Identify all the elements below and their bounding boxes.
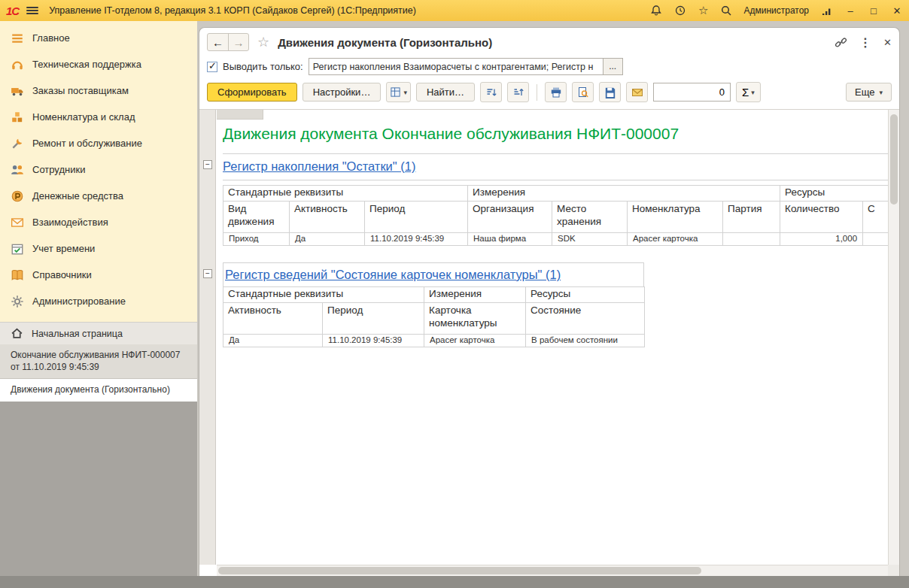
sidebar-item-spravochniki[interactable]: Справочники [0,262,197,288]
group-header: Стандартные реквизиты [223,186,468,202]
sidebar-item-label: Ремонт и обслуживание [32,138,142,149]
column-header: Период [323,303,424,335]
sidebar-item-vzaimodeystviya[interactable]: Взаимодействия [0,209,197,235]
column-header: Вид движения [223,202,290,233]
column-header: Период [365,202,468,233]
report-content: Движения документа Окончание обслуживани… [217,110,888,565]
sidebar-item-label: Главное [32,32,70,44]
home-page-item[interactable]: Начальная страница [0,322,197,344]
close-tab-icon[interactable]: ✕ [883,37,892,48]
cell: В рабочем состоянии [526,335,645,347]
1c-logo: 1С [6,5,19,17]
app-title: Управление IT-отделом 8, редакция 3.1 КО… [49,5,416,16]
group-header: Измерения [468,186,780,202]
report-variants-button[interactable]: ▾ [386,82,411,102]
table-row: Приход Да 11.10.2019 9:45:39 Наша фирма … [223,233,889,246]
column-header: Номенклатура [628,202,723,233]
register-sostoyanie-table: Стандартные реквизиты Измерения Ресурсы … [223,286,645,347]
maximize-button[interactable]: □ [868,5,880,17]
favorites-star-icon[interactable]: ☆ [698,4,708,17]
minimize-button[interactable]: – [844,5,856,17]
more-actions-kebab-icon[interactable]: ⋮ [859,35,871,50]
cell: SDK [552,233,628,246]
home-icon [11,327,23,340]
collapse-group-toggle[interactable]: − [203,160,212,169]
main-menu-button[interactable] [26,5,38,16]
window-close-button[interactable]: ✕ [891,5,903,17]
forward-button[interactable]: → [228,34,248,50]
sidebar-item-nomenklatura[interactable]: Номенклатура и склад [0,104,197,130]
sidebar-item-zakazy[interactable]: Заказы поставщикам [0,77,197,104]
print-preview-button[interactable] [572,82,594,102]
favorite-star-icon[interactable]: ☆ [257,34,269,50]
history-icon[interactable] [674,5,687,17]
cell: Да [223,335,323,347]
notifications-bell-icon[interactable] [650,5,663,17]
collapse-group-toggle[interactable]: − [203,269,212,278]
column-header: С [863,202,888,233]
cell: Да [290,233,365,246]
filter-row: Выводить только: ... [199,56,899,79]
toolbar-separator [537,84,537,101]
cell-quantity: 1,000 [780,233,863,246]
filter-input[interactable] [309,58,603,75]
sidebar-item-label: Учет времени [32,243,95,254]
print-button[interactable] [545,82,567,102]
scrollbar-corner [888,565,899,576]
sidebar-item-administrirovanie[interactable]: Администрирование [0,288,197,314]
register-ostatki-table: Стандартные реквизиты Измерения Ресурсы … [223,185,888,246]
horizontal-scrollbar[interactable] [217,565,888,576]
register-ostatki-link[interactable]: Регистр накопления "Остатки" (1) [223,157,888,175]
filter-label[interactable]: Выводить только: [223,61,303,72]
cell: Apacer карточка [628,233,723,246]
generate-button[interactable]: Сформировать [207,83,297,102]
sidebar-item-uchet-vremeni[interactable]: Учет времени [0,235,197,262]
sort-ascending-button[interactable] [507,82,529,102]
register-sostoyanie-link[interactable]: Регистр сведений "Состояние карточек ном… [225,265,640,283]
sidebar-item-tehpodderzhka[interactable]: Техническая поддержка [0,51,197,77]
menu-lines-icon [11,32,24,45]
content-area: ← → ☆ Движения документа (Горизонтально)… [197,21,909,576]
sidebar-item-sotrudniki[interactable]: Сотрудники [0,156,197,183]
sidebar-item-label: Справочники [32,269,92,280]
vertical-scrollbar-thumb[interactable] [890,114,898,205]
cell [863,233,888,246]
horizontal-scrollbar-thumb[interactable] [218,567,701,574]
more-button[interactable]: Еще ▾ [846,83,892,102]
row-header-gutter [199,110,216,565]
window-tab-movements[interactable]: Движения документа (Горизонтально) [0,379,197,401]
settings-button[interactable]: Настройки… [302,83,382,102]
headset-icon [11,58,24,71]
cell: Apacer карточка [424,335,526,347]
sidebar-item-glavnoe[interactable]: Главное [0,25,197,51]
column-header: Активность [290,202,365,233]
toolbar: Сформировать Настройки… ▾ Найти… [199,79,899,109]
page-title: Движения документа (Горизонтально) [278,36,492,49]
mail-button[interactable] [626,82,648,102]
filter-choose-button[interactable]: ... [603,58,623,75]
sort-descending-button[interactable] [480,82,502,102]
save-button[interactable] [599,82,621,102]
window-tab-document[interactable]: Окончание обслуживания НФИТ-000007 от 11… [0,344,197,379]
sidebar-item-label: Техническая поддержка [32,59,141,70]
gear-icon [11,295,24,308]
sidebar-item-label: Номенклатура и склад [32,111,135,123]
sidebar: Главное Техническая поддержка Заказы пос… [0,21,197,576]
sidebar-item-dengi[interactable]: Денежные средства [0,183,197,209]
column-header: Количество [780,202,863,233]
get-link-icon[interactable] [835,36,847,49]
filter-checkbox[interactable] [207,62,217,72]
group-header: Ресурсы [526,287,645,303]
counter-input[interactable] [653,83,731,102]
back-button[interactable]: ← [208,34,228,50]
cell: 11.10.2019 9:45:39 [365,233,468,246]
book-icon [11,268,24,282]
sections-menu: Главное Техническая поддержка Заказы пос… [0,21,197,322]
cell [723,233,780,246]
search-icon[interactable] [719,5,732,17]
sidebar-item-remont[interactable]: Ремонт и обслуживание [0,130,197,156]
sum-button[interactable]: Σ ▾ [736,82,761,102]
app-bottom-strip [0,576,909,588]
find-button[interactable]: Найти… [416,83,475,102]
vertical-scrollbar[interactable] [888,110,899,565]
